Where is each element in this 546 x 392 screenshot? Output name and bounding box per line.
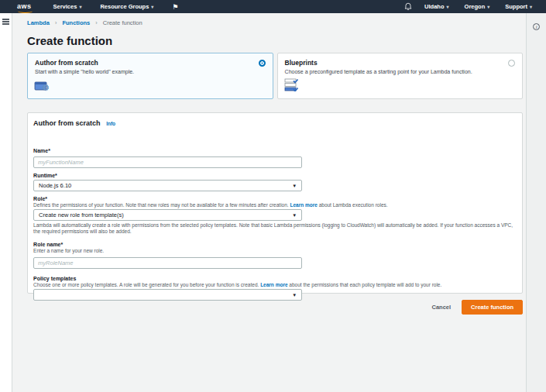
form-actions: Cancel Create function [27, 300, 523, 315]
select-caret-icon: ▼ [292, 184, 297, 188]
nav-account-label: UIdaho [424, 3, 444, 10]
radio-selected-icon[interactable] [259, 60, 266, 67]
select-caret-icon: ▼ [292, 293, 297, 297]
create-function-button[interactable]: Create function [462, 300, 523, 315]
policy-templates-field-group: Policy templates Choose one or more poli… [33, 276, 515, 301]
name-label: Name* [33, 148, 302, 153]
role-name-input[interactable] [33, 257, 302, 269]
info-icon[interactable]: i [533, 23, 540, 30]
policy-templates-learn-more-link[interactable]: Learn more [260, 282, 287, 287]
aws-logo[interactable]: aws [17, 3, 32, 10]
chevron-down-icon: ▾ [530, 5, 532, 9]
runtime-label: Runtime* [33, 173, 302, 178]
breadcrumb-functions-link[interactable]: Functions [62, 19, 90, 26]
policy-templates-label: Policy templates [33, 276, 515, 281]
creation-mode-cards: Author from scratch Start with a simple … [27, 53, 523, 99]
name-field-group: Name* [33, 148, 302, 168]
runtime-field-group: Runtime* Node.js 6.10 ▼ [33, 173, 302, 191]
window-gear-icon: ⚙ [34, 81, 51, 95]
role-name-field-group: Role name* Enter a name for your new rol… [33, 242, 302, 268]
blueprint-list-icon [284, 78, 301, 95]
notifications-bell-icon[interactable] [404, 2, 412, 11]
role-field-group: Role* Defines the permissions of your fu… [33, 196, 515, 234]
card-title: Blueprints [285, 59, 516, 67]
panel-title: Author from scratch [33, 119, 101, 127]
info-link[interactable]: Info [106, 121, 115, 126]
breadcrumb-current: Create function [103, 19, 143, 26]
role-description: Defines the permissions of your function… [33, 202, 513, 208]
chevron-down-icon: ▾ [79, 5, 81, 9]
role-name-description: Enter a name for your new role. [33, 248, 513, 253]
breadcrumb: Lambda › Functions › Create function [27, 13, 523, 26]
role-selected-value: Create new role from template(s) [39, 211, 292, 218]
nav-support-menu[interactable]: Support▾ [505, 3, 532, 10]
nav-services-label: Services [53, 3, 77, 10]
collapsed-left-sidebar [0, 13, 12, 392]
role-helper-text: Lambda will automatically create a role … [33, 222, 515, 234]
app-shell: Lambda › Functions › Create function Cre… [0, 13, 546, 392]
policy-templates-description: Choose one or more policy templates. A r… [33, 282, 513, 287]
card-blueprints[interactable]: Blueprints Choose a preconfigured templa… [277, 53, 524, 99]
nav-support-label: Support [505, 3, 527, 10]
author-from-scratch-panel: Author from scratch Info Name* Runtime* … [27, 112, 523, 294]
policy-templates-description-text: Choose one or more policy templates. A r… [33, 282, 259, 287]
top-navigation-bar: aws Services▾ Resource Groups▾ ⚑ UIdaho▾… [0, 0, 546, 13]
role-select[interactable]: Create new role from template(s) ▼ [33, 209, 302, 221]
function-name-input[interactable] [33, 156, 302, 168]
page-title: Create function [27, 34, 523, 47]
role-description-text: Defines the permissions of your function… [33, 202, 289, 208]
role-learn-more-link[interactable]: Learn more [290, 202, 317, 208]
collapsed-help-panel: i [526, 13, 546, 392]
policy-templates-description-tail: about the permissions that each policy t… [289, 282, 441, 287]
breadcrumb-lambda-link[interactable]: Lambda [27, 19, 50, 26]
runtime-selected-value: Node.js 6.10 [39, 182, 292, 189]
nav-services-menu[interactable]: Services▾ [53, 3, 82, 10]
nav-resource-groups-menu[interactable]: Resource Groups▾ [100, 3, 153, 10]
role-name-label: Role name* [33, 242, 302, 247]
card-description: Choose a preconfigured template as a sta… [285, 69, 516, 74]
card-description: Start with a simple "hello world" exampl… [35, 69, 266, 74]
cancel-button[interactable]: Cancel [431, 304, 451, 311]
card-title: Author from scratch [35, 59, 266, 67]
main-content: Lambda › Functions › Create function Cre… [12, 13, 526, 392]
hamburger-menu-icon[interactable] [2, 19, 9, 25]
gear-icon: ⚙ [42, 84, 50, 92]
role-description-tail: about Lambda execution roles. [319, 202, 388, 208]
panel-header: Author from scratch Info [33, 119, 515, 127]
breadcrumb-separator: › [95, 20, 97, 26]
role-label: Role* [33, 196, 515, 201]
nav-account-menu[interactable]: UIdaho▾ [424, 3, 448, 10]
chevron-down-icon: ▾ [151, 5, 153, 9]
card-author-from-scratch[interactable]: Author from scratch Start with a simple … [27, 53, 273, 99]
pinned-shortcuts-flag-icon[interactable]: ⚑ [172, 3, 178, 11]
nav-region-menu[interactable]: Oregon▾ [465, 3, 490, 10]
select-caret-icon: ▼ [292, 213, 297, 218]
aws-logo-smile [18, 9, 33, 13]
runtime-select[interactable]: Node.js 6.10 ▼ [33, 180, 302, 191]
chevron-down-icon: ▾ [487, 5, 489, 9]
nav-resource-groups-label: Resource Groups [100, 3, 149, 10]
breadcrumb-separator: › [55, 20, 57, 26]
chevron-down-icon: ▾ [447, 5, 449, 9]
nav-region-label: Oregon [465, 3, 486, 10]
